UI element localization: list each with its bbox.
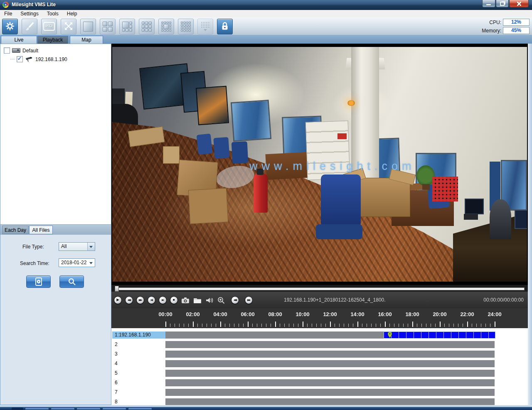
group-label: Default [22,48,38,54]
channel-timeline-bar[interactable] [165,341,495,348]
video-backup-button[interactable] [26,275,51,288]
channel-timeline-bar[interactable] [165,360,495,367]
timeline-tick [275,322,276,327]
channel-label[interactable]: 3 [112,351,165,358]
layout-16-icon [181,22,191,32]
timeline-tick [280,324,280,327]
layout-more-button[interactable] [197,19,213,34]
cpu-value: 12% [503,19,529,25]
cpu-meter: 12% [503,19,530,26]
timeline-tick [435,324,436,327]
timeline-tick [476,324,477,327]
tab-all-files[interactable]: All Files [29,226,53,234]
channel-label[interactable]: 6 [112,379,165,386]
dropdown-arrow-icon [87,243,95,250]
fast-forward-button[interactable]: ▶▶ [136,296,144,304]
office-chair [321,174,361,227]
volume-button[interactable] [205,297,214,304]
play-button[interactable]: ▶ [114,296,122,304]
channel-timeline-bar[interactable] [165,398,495,405]
channel-timeline-bar[interactable] [165,370,495,377]
close-button[interactable] [509,0,529,7]
channel-label[interactable]: 4 [112,360,165,367]
timeline-tick [431,324,431,327]
app-window: Milesight VMS Lite File Settings Tools H… [0,0,532,410]
recording-segment[interactable] [384,331,495,339]
menu-tools[interactable]: Tools [43,10,63,17]
layout-12-button[interactable] [158,19,174,34]
timeline-tick [458,324,458,327]
taskbar-button[interactable] [51,408,75,410]
snapshot-button[interactable] [181,297,190,304]
taskbar-button[interactable] [102,408,126,410]
zoom-in-icon [217,297,225,304]
search-button[interactable] [59,275,84,288]
file-type-select[interactable]: All [59,242,95,251]
open-file-button[interactable] [193,297,202,304]
channel-label[interactable]: 8 [112,398,165,405]
cpu-label: CPU: [489,20,501,25]
timeline-tick [316,324,317,327]
tab-playback[interactable]: Playback [37,36,68,44]
stop-button[interactable]: ■ [170,296,178,304]
camera-checkbox[interactable] [17,56,23,62]
layout-6-button[interactable] [119,19,135,34]
hour-label: 00:00 [155,311,175,317]
toolbar: PTZ [0,17,532,35]
channel-timeline-bar[interactable] [165,351,495,358]
minimize-button[interactable] [482,0,495,7]
settings-button[interactable] [2,19,18,34]
timeline-tick [252,324,253,327]
channel-timeline-bar[interactable] [165,389,495,396]
timeline-tick [367,324,367,327]
timeline-header: 00:0002:0004:0006:0008:0010:0012:0014:00… [111,308,528,328]
taskbar-button[interactable] [25,408,49,410]
channel-timeline-bar[interactable] [165,379,495,386]
ptz-icon: PTZ [43,22,55,31]
seek-handle[interactable] [115,286,119,292]
video-viewport[interactable]: www.milesight.com [111,44,528,285]
digital-zoom-button[interactable] [217,297,225,304]
timeline-tick [284,324,285,327]
color-adjust-button[interactable] [22,19,37,34]
taskbar-button[interactable] [76,408,101,410]
menu-settings[interactable]: Settings [16,10,42,17]
timeline-tick [220,322,221,327]
previous-file-button[interactable]: ◀◀ [231,296,239,304]
channel-label[interactable]: 5 [112,370,165,377]
tree-group-default[interactable]: Default [0,46,111,55]
taskbar-button[interactable] [128,408,152,410]
ptz-button[interactable]: PTZ [41,19,57,34]
layout-9-button[interactable] [139,19,155,34]
tab-map[interactable]: Map [70,36,103,44]
seek-track[interactable] [115,287,525,290]
fullscreen-button[interactable] [61,19,76,34]
next-frame-button[interactable]: ▶| [159,296,167,304]
timeline-tick [357,322,358,327]
menu-help[interactable]: Help [63,10,81,17]
tab-each-day[interactable]: Each Day [2,226,29,234]
previous-frame-button[interactable]: |◀ [148,296,155,304]
channel-label[interactable]: 1:192.168.1.190 [112,331,165,339]
taskbar-start-button[interactable] [12,408,23,410]
layout-1-button[interactable] [80,19,96,34]
restore-button[interactable] [496,0,509,7]
rewind-button[interactable]: ◀◀ [125,296,133,304]
menu-file[interactable]: File [0,10,16,17]
lock-button[interactable] [217,19,233,34]
layout-4-button[interactable] [100,19,116,34]
channel-label[interactable]: 7 [112,389,165,396]
channel-timeline-bar[interactable] [165,331,495,339]
channel-label[interactable]: 2 [112,341,165,348]
channel-rows: 1:192.168.1.1902345678 [111,328,528,405]
tree-camera-item[interactable]: 192.168.1.190 [0,55,111,64]
next-file-button[interactable]: ▶▶ [245,296,253,304]
group-checkbox[interactable] [4,47,10,54]
speaker-icon [205,297,214,304]
camera-icon [25,56,33,62]
memory-label: Memory: [482,28,501,34]
timeline-tick [289,324,289,327]
layout-16-button[interactable] [178,19,194,34]
tab-live[interactable]: Live [1,36,37,44]
search-time-select[interactable]: 2018-01-22 [59,258,95,267]
